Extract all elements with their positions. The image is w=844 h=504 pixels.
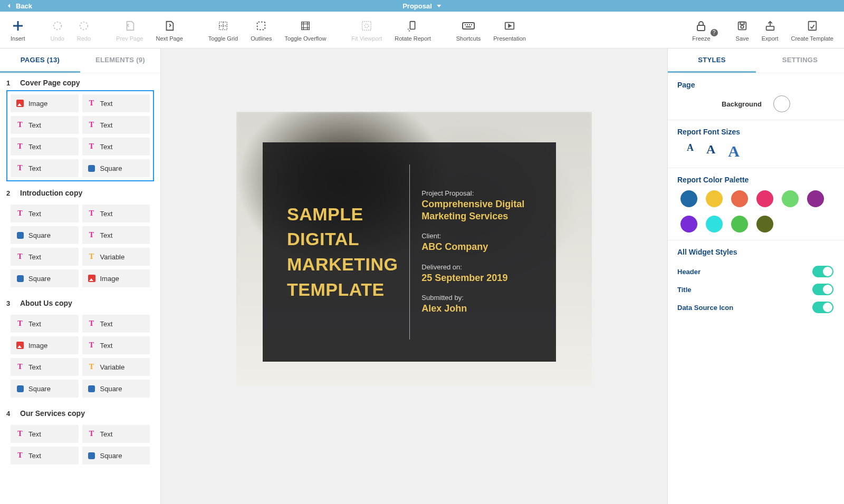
element-chip-square[interactable]: Square [82, 159, 150, 177]
element-chip-square[interactable]: Square [11, 226, 79, 244]
toggle-switch[interactable] [812, 284, 833, 295]
variable-icon: T [88, 363, 96, 371]
palette-color[interactable] [756, 190, 773, 207]
element-grid: TTextTTextSquareTTextTTextTVariableSquar… [6, 200, 154, 292]
save-button[interactable]: Save [730, 16, 755, 44]
next-page-icon [164, 20, 175, 32]
element-grid: TTextTTextImageTTextTTextTVariableSquare… [6, 311, 154, 402]
meta-label: Client: [421, 232, 532, 240]
element-chip-square[interactable]: Square [11, 380, 79, 398]
tab-styles[interactable]: STYLES [668, 49, 756, 73]
prev-page-button[interactable]: Prev Page [110, 16, 149, 44]
cover-meta-item[interactable]: Submitted by:Alex John [421, 294, 532, 315]
tab-elements[interactable]: ELEMENTS (9) [80, 49, 160, 73]
element-chip-label: Image [100, 275, 119, 283]
toggle-overflow-button[interactable]: Toggle Overflow [278, 16, 332, 44]
palette-color[interactable] [731, 190, 748, 207]
cover-meta-item[interactable]: Delivered on:25 September 2019 [421, 263, 532, 284]
palette-color[interactable] [731, 216, 748, 232]
back-label: Back [16, 2, 32, 10]
element-chip-square[interactable]: Square [82, 380, 150, 398]
font-size-medium[interactable]: A [706, 142, 715, 160]
page-header[interactable]: 3 About Us copy [6, 299, 154, 307]
tab-settings[interactable]: SETTINGS [756, 49, 844, 73]
element-chip-image[interactable]: Image [82, 269, 150, 287]
element-chip-text[interactable]: TText [11, 248, 79, 266]
cover-divider [409, 164, 410, 340]
cover-page[interactable]: SAMPLE DIGITAL MARKETING TEMPLATE Projec… [236, 112, 592, 386]
element-chip-image[interactable]: Image [11, 336, 79, 354]
create-template-button[interactable]: Create Template [784, 16, 840, 44]
cover-title-line[interactable]: MARKETING [287, 252, 398, 277]
cover-meta-item[interactable]: Client:ABC Company [421, 232, 532, 253]
meta-label: Project Proposal: [421, 189, 532, 197]
element-chip-text[interactable]: TText [82, 226, 150, 244]
undo-button[interactable]: Undo [44, 16, 71, 44]
meta-value: 25 September 2019 [421, 272, 532, 284]
outlines-button[interactable]: Outlines [244, 16, 278, 44]
page-header[interactable]: 4 Our Services copy [6, 409, 154, 418]
tab-pages[interactable]: PAGES (13) [0, 49, 80, 73]
element-chip-square[interactable]: Square [82, 447, 150, 464]
palette-color[interactable] [680, 190, 697, 207]
canvas-area[interactable]: SAMPLE DIGITAL MARKETING TEMPLATE Projec… [161, 49, 667, 504]
widget-styles-title: All Widget Styles [677, 248, 835, 256]
element-chip-label: Variable [100, 363, 125, 371]
document-title-dropdown[interactable]: Proposal [402, 2, 442, 10]
toggle-label: Title [677, 286, 692, 294]
element-chip-image[interactable]: Image [11, 94, 79, 112]
presentation-button[interactable]: Presentation [487, 16, 532, 44]
toggle-switch[interactable] [812, 266, 833, 277]
palette-color[interactable] [706, 216, 723, 232]
page-header[interactable]: 2 Introduction copy [6, 189, 154, 197]
palette-color[interactable] [756, 216, 773, 232]
element-chip-text[interactable]: TText [82, 315, 150, 333]
palette-color[interactable] [706, 190, 723, 207]
fit-viewport-button[interactable]: Fit Viewport [345, 16, 388, 44]
plus-icon [12, 20, 24, 32]
rotate-report-button[interactable]: Rotate Report [388, 16, 437, 44]
palette-color[interactable] [807, 190, 824, 207]
element-chip-text[interactable]: TText [11, 159, 79, 177]
element-chip-text[interactable]: TText [82, 205, 150, 222]
cover-title-line[interactable]: DIGITAL [287, 227, 398, 252]
page-number: 3 [6, 299, 14, 307]
toggle-grid-button[interactable]: Toggle Grid [202, 16, 244, 44]
element-chip-text[interactable]: TText [11, 205, 79, 222]
freeze-button[interactable]: Freeze ? [686, 16, 716, 44]
element-chip-square[interactable]: Square [11, 269, 79, 287]
element-chip-text[interactable]: TText [11, 315, 79, 333]
insert-button[interactable]: Insert [4, 16, 32, 44]
font-size-small[interactable]: A [687, 142, 694, 160]
element-chip-text[interactable]: TText [82, 425, 150, 443]
element-chip-text[interactable]: TText [82, 336, 150, 354]
export-button[interactable]: Export [755, 16, 785, 44]
element-chip-text[interactable]: TText [82, 94, 150, 112]
help-icon[interactable]: ? [711, 29, 718, 36]
element-chip-variable[interactable]: TVariable [82, 248, 150, 266]
pages-list[interactable]: 1 Cover Page copyImageTTextTTextTTextTTe… [0, 73, 160, 504]
element-chip-text[interactable]: TText [11, 425, 79, 443]
background-swatch[interactable] [773, 95, 790, 112]
palette-color[interactable] [680, 216, 697, 232]
cover-title-line[interactable]: TEMPLATE [287, 277, 398, 303]
toggle-switch[interactable] [812, 302, 833, 313]
next-page-button[interactable]: Next Page [149, 16, 189, 44]
element-chip-text[interactable]: TText [82, 116, 150, 134]
palette-color[interactable] [782, 190, 799, 207]
element-chip-text[interactable]: TText [11, 358, 79, 376]
element-chip-text[interactable]: TText [82, 138, 150, 156]
shortcuts-button[interactable]: Shortcuts [450, 16, 487, 44]
element-chip-text[interactable]: TText [11, 116, 79, 134]
element-chip-variable[interactable]: TVariable [82, 358, 150, 376]
element-chip-label: Text [28, 320, 41, 328]
redo-button[interactable]: Redo [71, 16, 97, 44]
cover-title-line[interactable]: SAMPLE [287, 202, 398, 227]
font-size-large[interactable]: A [728, 142, 740, 160]
section-color-palette: Report Color Palette [668, 168, 844, 240]
element-chip-text[interactable]: TText [11, 447, 79, 464]
element-chip-text[interactable]: TText [11, 138, 79, 156]
page-header[interactable]: 1 Cover Page copy [6, 79, 154, 87]
back-button[interactable]: Back [6, 2, 32, 10]
cover-meta-item[interactable]: Project Proposal:Comprehensive Digital M… [421, 189, 532, 223]
